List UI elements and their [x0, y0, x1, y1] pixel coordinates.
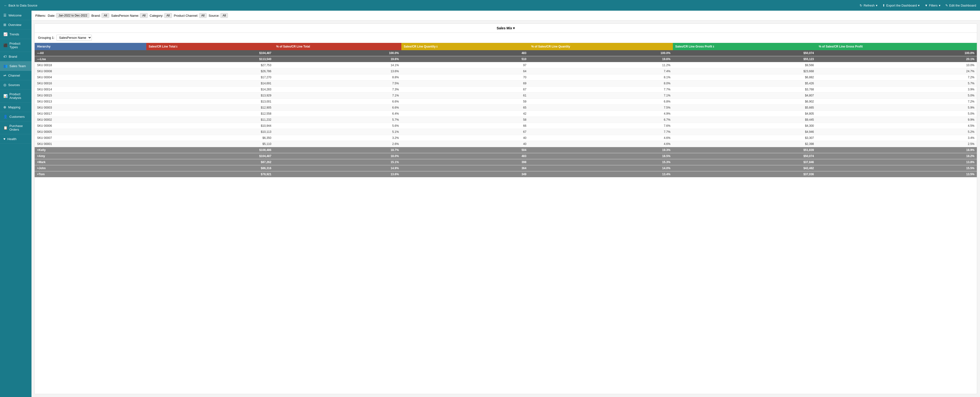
salesperson-value[interactable]: All: [140, 13, 148, 18]
sidebar-item-purchase-orders[interactable]: 📋 Purchase Orders: [0, 121, 32, 134]
sidebar-item-overview[interactable]: ⊞ Overview: [0, 20, 32, 30]
cell-7-0: SKU 00015: [35, 92, 146, 99]
sidebar-item-sources[interactable]: ◎ Sources: [0, 80, 32, 90]
sidebar-item-brand[interactable]: 🏷 Brand: [0, 52, 32, 61]
cell-10-5: $4,805: [673, 111, 816, 117]
sidebar-item-welcome[interactable]: ☰ Welcome: [0, 11, 32, 20]
cell-2-3: 97: [401, 62, 529, 69]
table-row[interactable]: +Tom$78,92113.6%34913.4%$37,03613.5%: [35, 171, 977, 177]
th-qty: Sales/CR Line Quantity ℹ: [401, 43, 529, 50]
cell-15-1: $5,110: [146, 141, 274, 147]
sidebar-item-product-analysis[interactable]: 📊 Product Analysis: [0, 90, 32, 102]
cell-18-4: 15.3%: [529, 159, 673, 165]
cell-7-2: 7.1%: [274, 92, 401, 99]
cell-9-2: 6.6%: [274, 105, 401, 111]
mapping-icon: ⊕: [3, 105, 6, 109]
table-row[interactable]: SKU 00002$11,2325.7%586.7%$9,4459.9%: [35, 117, 977, 123]
filters-button[interactable]: ▼ Filters▾: [924, 4, 940, 7]
sidebar-item-health[interactable]: ♥ Health: [0, 134, 32, 144]
cell-14-4: 4.6%: [529, 135, 673, 141]
table-row[interactable]: SKU 00001$5,1102.6%404.6%$2,3982.5%: [35, 141, 977, 147]
cell-14-0: SKU 00007: [35, 135, 146, 141]
table-row[interactable]: —Lisa$113,54019.6%51019.6%$55,12320.1%: [35, 56, 977, 62]
purchase-orders-icon: 📋: [3, 126, 8, 130]
date-value[interactable]: Jan-2022 to Dec-2022: [56, 13, 89, 18]
cell-11-2: 5.7%: [274, 117, 401, 123]
table-row[interactable]: SKU 00005$10,1135.1%677.7%$4,9465.2%: [35, 129, 977, 135]
export-button[interactable]: ⬆ Export the Dashboard▾: [882, 4, 920, 7]
cell-13-3: 67: [401, 129, 529, 135]
cell-10-2: 6.4%: [274, 111, 401, 117]
cell-13-1: $10,113: [146, 129, 274, 135]
table-row[interactable]: SKU 00016$14,6917.5%698.0%$5,4265.7%: [35, 80, 977, 86]
sidebar-item-mapping[interactable]: ⊕ Mapping: [0, 102, 32, 112]
info-icon-qty[interactable]: ℹ: [436, 45, 438, 48]
cell-9-0: SKU 00003: [35, 105, 146, 111]
sidebar-label-health: Health: [7, 137, 16, 141]
cell-2-4: 11.2%: [529, 62, 673, 69]
edit-button[interactable]: ✎ Edit the Dashboard: [945, 4, 976, 7]
back-button[interactable]: ← Back to Data Source: [4, 4, 37, 7]
cell-15-6: 2.5%: [816, 141, 977, 147]
source-value[interactable]: All: [220, 13, 228, 18]
cell-20-2: 13.6%: [274, 171, 401, 177]
table-row[interactable]: +Amy$104,48718.0%48318.5%$50,07418.2%: [35, 153, 977, 159]
table-row[interactable]: —All$104,487100.0%483100.0%$50,074100.0%: [35, 50, 977, 56]
channel-filter: Product Channel: All: [174, 13, 207, 18]
cell-13-4: 7.7%: [529, 129, 673, 135]
section-title-arrow[interactable]: ▾: [513, 26, 515, 30]
cell-4-6: 7.2%: [816, 74, 977, 80]
cell-2-0: SKU 00018: [35, 62, 146, 69]
cell-5-3: 69: [401, 80, 529, 86]
cell-2-5: $9,566: [673, 62, 816, 69]
date-label: Date:: [48, 14, 55, 18]
cell-3-6: 24.7%: [816, 69, 977, 74]
cell-17-6: 18.2%: [816, 153, 977, 159]
sidebar-label-mapping: Mapping: [8, 105, 20, 109]
table-row[interactable]: SKU 00007$6,3503.2%404.6%$3,3073.4%: [35, 135, 977, 141]
table-row[interactable]: +John$86,31614.9%36414.0%$42,48215.5%: [35, 165, 977, 171]
table-row[interactable]: SKU 00003$12,9056.6%657.5%$5,6655.9%: [35, 105, 977, 111]
cell-15-3: 40: [401, 141, 529, 147]
info-icon-sales[interactable]: ℹ: [177, 45, 177, 48]
health-icon: ♥: [3, 137, 5, 141]
menu-icon: ☰: [3, 13, 6, 17]
category-value[interactable]: All: [164, 13, 172, 18]
cell-17-1: $104,487: [146, 153, 274, 159]
cell-0-4: 100.0%: [529, 50, 673, 56]
grouping-select[interactable]: SalesPerson Name: [56, 35, 92, 41]
sidebar-item-customers[interactable]: 👤 Customers: [0, 112, 32, 121]
cell-5-1: $14,691: [146, 80, 274, 86]
sidebar-item-sales-team[interactable]: 👥 Sales Team: [0, 61, 32, 71]
table-row[interactable]: SKU 00013$13,0016.6%596.8%$6,9027.2%: [35, 99, 977, 105]
cell-7-5: $4,807: [673, 92, 816, 99]
cell-16-4: 19.3%: [529, 147, 673, 153]
table-row[interactable]: SKU 00008$26,78613.6%647.4%$23,66824.7%: [35, 69, 977, 74]
table-row[interactable]: SKU 00018$27,75314.1%9711.2%$9,56610.0%: [35, 62, 977, 69]
cell-9-3: 65: [401, 105, 529, 111]
cell-13-0: SKU 00005: [35, 129, 146, 135]
info-icon-gross[interactable]: ℹ: [713, 45, 714, 48]
table-row[interactable]: SKU 00014$14,2837.3%677.7%$3,7683.9%: [35, 86, 977, 92]
refresh-button[interactable]: ↻ Refresh▾: [860, 4, 878, 7]
cell-6-6: 3.9%: [816, 86, 977, 92]
table-row[interactable]: SKU 00006$10,9445.6%667.6%$4,3004.5%: [35, 123, 977, 129]
th-sales-total: Sales/CR Line Total ℹ: [146, 43, 274, 50]
table-row[interactable]: SKU 00004$17,2708.8%708.1%$6,8827.2%: [35, 74, 977, 80]
table-row[interactable]: SKU 00017$12,5586.4%424.9%$4,8055.0%: [35, 111, 977, 117]
cell-17-0: +Amy: [35, 153, 146, 159]
cell-0-6: 100.0%: [816, 50, 977, 56]
cell-3-5: $23,668: [673, 69, 816, 74]
cell-19-0: +John: [35, 165, 146, 171]
table-row[interactable]: +Mark$87,26215.1%39815.3%$37,84613.8%: [35, 159, 977, 165]
sidebar-item-product-types[interactable]: ⬛ Product Types: [0, 39, 32, 52]
sidebar-item-trends[interactable]: 📈 Trends: [0, 30, 32, 39]
brand-value[interactable]: All: [102, 13, 109, 18]
table-row[interactable]: +Kelly$108,48618.7%50419.3%$51,83918.9%: [35, 147, 977, 153]
table-row[interactable]: SKU 00015$13,9297.1%617.1%$4,8075.0%: [35, 92, 977, 99]
sales-team-icon: 👥: [3, 64, 8, 68]
cell-12-2: 5.6%: [274, 123, 401, 129]
sidebar-item-channel[interactable]: ⇌ Channel: [0, 71, 32, 80]
cell-12-1: $10,944: [146, 123, 274, 129]
channel-value[interactable]: All: [199, 13, 207, 18]
